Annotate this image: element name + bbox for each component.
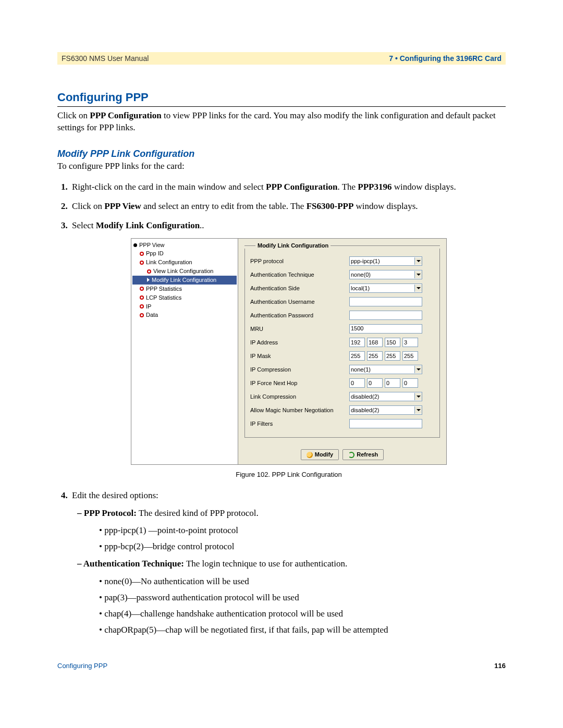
section-heading: Configuring PPP [57,91,506,107]
ip-m3[interactable]: 255 [385,351,400,361]
page-footer: Configuring PPP 116 [57,662,506,670]
ip-a2[interactable]: 168 [367,338,383,347]
steps-list: Right-click on the card in the main wind… [57,181,506,637]
chevron-down-icon [414,393,422,400]
chevron-down-icon [414,257,422,265]
opt-auth-technique: Authentication Technique: The login tech… [87,557,506,637]
tree-root[interactable]: PPP View [132,241,237,250]
page: FS6300 NMS User Manual 7 • Configuring t… [0,0,563,701]
lbl-auth-technique: Authentication Technique [250,271,349,279]
figure-screenshot: PPP View Ppp ID Link Configuration View … [131,238,447,465]
chevron-down-icon [414,271,422,278]
node-icon [140,252,144,256]
lbl-magic: Allow Magic Number Negotiation [250,406,349,414]
tree-ppp-id[interactable]: Ppp ID [132,249,237,258]
dot-icon [133,243,137,247]
ip-address-group: 192 168 150 3 [349,338,418,347]
ip-force-group: 0 0 0 0 [349,378,418,388]
lbl-auth-side: Authentication Side [250,285,349,292]
modify-icon [307,452,313,458]
ip-mask-group: 255 255 255 255 [349,351,418,361]
step-4: Edit the desired options: PPP Protocol: … [70,490,506,637]
tree-ip[interactable]: IP [132,302,237,311]
node-icon [147,269,151,274]
input-mru[interactable]: 1500 [349,324,422,334]
button-row: Modify Refresh [244,449,440,460]
tree-lcp-stats[interactable]: LCP Statistics [132,293,237,302]
footer-section: Configuring PPP [57,662,107,670]
step-2: Click on PPP View and select an entry to… [70,201,506,213]
subsection-intro: To configure PPP links for the card: [57,161,506,172]
node-icon [140,304,144,309]
lbl-auth-pass: Authentication Password [250,312,349,319]
ip-f1[interactable]: 0 [349,378,365,388]
tree-link-config[interactable]: Link Configuration [132,258,237,267]
chevron-down-icon [414,366,422,373]
groupbox: PPP protocol ppp-ipcp(1) Authentication … [244,249,440,438]
intro-paragraph: Click on PPP Configuration to view PPP l… [57,110,506,134]
lbl-auth-user: Authentication Username [250,298,349,306]
chapter-title: 7 • Configuring the 3196RC Card [389,54,501,63]
select-auth-technique[interactable]: none(0) [349,270,422,279]
ip-a4[interactable]: 3 [402,338,418,347]
node-icon [140,313,144,317]
tree-pane: PPP View Ppp ID Link Configuration View … [131,239,238,465]
ip-m4[interactable]: 255 [402,351,418,361]
figure-caption: Figure 102. PPP Link Configuration [72,470,506,479]
form-pane: Modify Link Configuration PPP protocol p… [238,239,446,465]
ip-m2[interactable]: 255 [367,351,383,361]
node-icon [140,295,144,300]
input-auth-pass[interactable] [349,311,422,320]
lbl-ip-filters: IP Filters [250,420,349,428]
lbl-ppp-protocol: PPP protocol [250,257,349,265]
select-ppp-protocol[interactable]: ppp-ipcp(1) [349,256,422,266]
refresh-button[interactable]: Refresh [342,449,384,460]
page-number: 116 [494,662,506,670]
tree-modify-link-config[interactable]: Modify Link Configuration [132,276,237,285]
chevron-down-icon [414,285,422,292]
node-icon [140,261,144,265]
arrow-icon [147,278,150,282]
ip-m1[interactable]: 255 [349,351,365,361]
lbl-link-compression: Link Compression [250,393,349,401]
groupbox-title: Modify Link Configuration [255,242,331,250]
ip-a1[interactable]: 192 [349,338,365,347]
tree-view-link-config[interactable]: View Link Configuration [132,267,237,276]
lbl-ip-compression: IP Compression [250,366,349,374]
ip-a3[interactable]: 150 [385,338,400,347]
opt-ppp-protocol: PPP Protocol: The desired kind of PPP pr… [87,506,506,554]
ip-f3[interactable]: 0 [385,378,400,388]
input-auth-user[interactable] [349,297,422,306]
options-list: PPP Protocol: The desired kind of PPP pr… [77,506,506,637]
subsection-heading: Modify PPP Link Configuration [57,149,506,159]
lbl-ip-force: IP Force Next Hop [250,379,349,387]
lbl-ip-mask: IP Mask [250,352,349,360]
chevron-down-icon [414,406,422,414]
step-3: Select Modify Link Configuration.. PPP V… [70,220,506,479]
select-auth-side[interactable]: local(1) [349,283,422,293]
tree-data[interactable]: Data [132,311,237,319]
select-ip-compression[interactable]: none(1) [349,365,422,374]
node-icon [140,287,144,291]
ip-f2[interactable]: 0 [367,378,383,388]
lbl-mru: MRU [250,325,349,333]
refresh-icon [348,452,354,458]
select-magic[interactable]: disabled(2) [349,405,422,415]
manual-title: FS6300 NMS User Manual [62,54,149,63]
tree-ppp-stats[interactable]: PPP Statistics [132,285,237,293]
lbl-ip-address: IP Address [250,339,349,347]
opt-auth-technique-values: none(0)—No authentication will be used p… [99,574,506,637]
input-ip-filters[interactable] [349,419,422,428]
page-header: FS6300 NMS User Manual 7 • Configuring t… [57,52,506,65]
step-1: Right-click on the card in the main wind… [70,181,506,193]
modify-button[interactable]: Modify [301,449,339,460]
select-link-compression[interactable]: disabled(2) [349,392,422,401]
opt-ppp-protocol-values: ppp-ipcp(1) —point-to-point protocol ppp… [99,523,506,553]
ip-f4[interactable]: 0 [402,378,418,388]
